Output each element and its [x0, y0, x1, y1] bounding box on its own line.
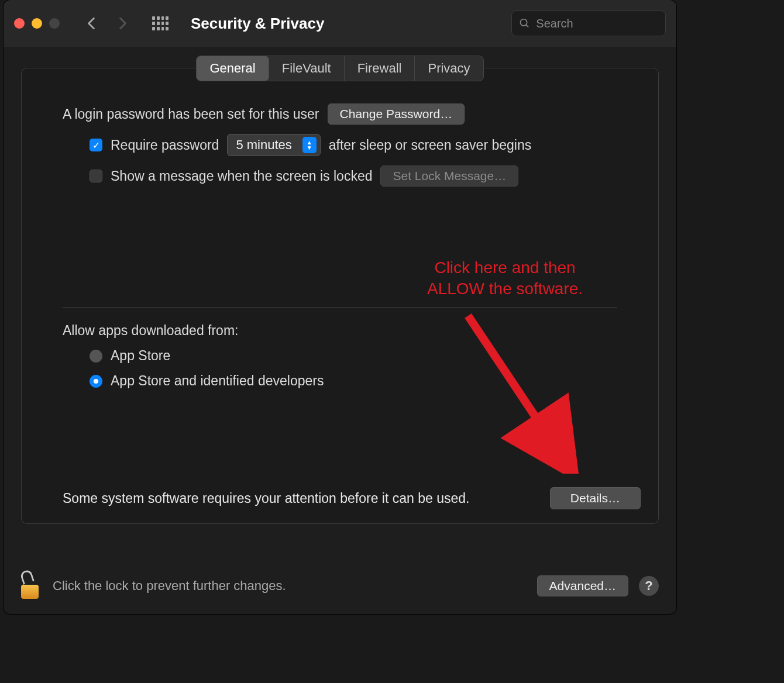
details-button[interactable]: Details…	[550, 487, 641, 509]
help-button[interactable]: ?	[639, 576, 659, 596]
search-icon	[519, 17, 530, 30]
show-lock-message-checkbox[interactable]	[90, 170, 102, 182]
svg-line-1	[526, 25, 528, 27]
page-title: Security & Privacy	[191, 15, 324, 33]
tab-privacy[interactable]: Privacy	[415, 56, 483, 81]
attention-text: Some system software requires your atten…	[63, 491, 469, 506]
radio-app-store-label: App Store	[111, 348, 170, 364]
back-button[interactable]	[85, 15, 97, 32]
show-all-prefs-button[interactable]	[152, 16, 169, 30]
require-password-label-post: after sleep or screen saver begins	[329, 137, 531, 153]
tab-filevault[interactable]: FileVault	[269, 56, 345, 81]
show-lock-message-label: Show a message when the screen is locked	[111, 168, 372, 184]
titlebar: Security & Privacy	[4, 0, 676, 47]
require-password-delay-value: 5 minutes	[236, 137, 291, 153]
svg-point-0	[520, 19, 527, 26]
require-password-delay-select[interactable]: 5 minutes ▲▼	[227, 134, 320, 156]
search-input[interactable]	[536, 17, 658, 30]
general-content: A login password has been set for this u…	[22, 68, 658, 416]
settings-panel: General FileVault Firewall Privacy A log…	[21, 68, 659, 524]
login-password-label: A login password has been set for this u…	[63, 106, 319, 122]
select-stepper-icon: ▲▼	[302, 137, 317, 153]
divider	[63, 307, 617, 308]
window-controls	[14, 18, 60, 29]
attention-row: Some system software requires your atten…	[63, 487, 641, 509]
lock-icon[interactable]	[21, 573, 42, 599]
security-privacy-window: Security & Privacy General FileVault Fir…	[4, 0, 676, 614]
radio-identified-developers-label: App Store and identified developers	[111, 373, 324, 389]
tab-firewall[interactable]: Firewall	[345, 56, 415, 81]
radio-identified-developers[interactable]	[90, 375, 102, 388]
nav-arrows	[85, 15, 129, 32]
footer: Click the lock to prevent further change…	[21, 573, 659, 599]
require-password-label-pre: Require password	[111, 137, 219, 153]
tab-bar: General FileVault Firewall Privacy	[196, 56, 483, 81]
lock-hint-text: Click the lock to prevent further change…	[53, 578, 286, 594]
tab-general[interactable]: General	[197, 56, 269, 81]
search-field[interactable]	[511, 11, 666, 36]
zoom-window-button[interactable]	[49, 18, 60, 29]
change-password-button[interactable]: Change Password…	[328, 104, 465, 125]
radio-app-store[interactable]	[90, 350, 102, 363]
allow-apps-label: Allow apps downloaded from:	[63, 323, 238, 339]
require-password-checkbox[interactable]: ✓	[90, 139, 102, 151]
close-window-button[interactable]	[14, 18, 25, 29]
forward-button[interactable]	[117, 15, 129, 32]
advanced-button[interactable]: Advanced…	[537, 575, 628, 596]
set-lock-message-button[interactable]: Set Lock Message…	[380, 165, 518, 187]
minimize-window-button[interactable]	[32, 18, 42, 29]
